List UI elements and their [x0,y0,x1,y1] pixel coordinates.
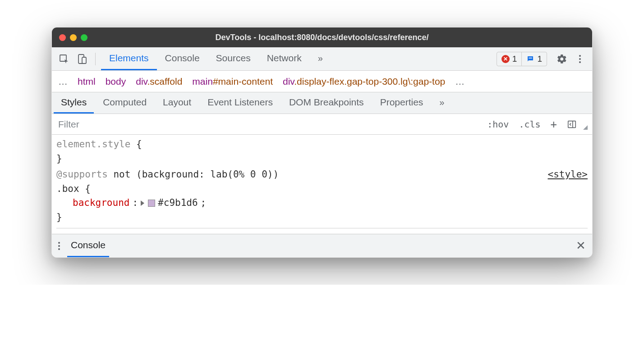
styles-filter-bar: :hov .cls + [52,114,592,135]
minimize-window-button[interactable] [70,34,77,41]
tab-label: Elements [109,53,149,64]
separator [95,53,96,65]
css-property: background [73,196,129,210]
drawer-more-options-icon[interactable] [58,242,60,250]
subtab-label: Styles [61,97,87,108]
devtools-window: DevTools - localhost:8080/docs/devtools/… [51,27,593,258]
close-drawer-button[interactable]: ✕ [576,239,586,253]
stylesheet-source-link[interactable]: <style> [547,168,588,182]
window-traffic-lights [59,34,87,41]
styles-filter-input[interactable] [56,117,485,132]
breadcrumb-div-display-flex[interactable]: div.display-flex.gap-top-300.lg\:gap-top [283,76,445,87]
error-icon: ✕ [501,55,510,63]
titlebar: DevTools - localhost:8080/docs/devtools/… [52,27,592,47]
selector: element.style [56,139,130,150]
more-options-kebab-icon[interactable] [572,51,588,67]
tab-label: Network [267,53,302,64]
subtab-more-chevron-icon[interactable]: » [432,92,451,114]
svg-rect-3 [529,58,533,59]
tab-elements[interactable]: Elements [101,47,157,70]
toggle-classes-button[interactable]: .cls [517,118,542,131]
tab-network[interactable]: Network [259,47,310,70]
more-tabs-chevron-icon[interactable]: » [310,47,331,70]
breadcrumb-overflow-right[interactable]: … [455,76,465,87]
main-toolbar: Elements Console Sources Network » ✕ 1 1 [52,47,592,71]
breadcrumb-main[interactable]: main#main-content [192,76,273,87]
color-swatch[interactable] [148,200,155,207]
maximize-window-button[interactable] [81,34,87,41]
tab-label: Console [165,53,200,64]
breadcrumb-html[interactable]: html [78,76,96,87]
subtab-label: DOM Breakpoints [289,97,364,108]
subtab-label: Computed [103,97,147,108]
close-window-button[interactable] [59,34,66,41]
dom-breadcrumbs: … html body div.scaffold main#main-conte… [52,71,592,92]
main-tabs: Elements Console Sources Network » [101,47,331,70]
styles-side-controls: :hov .cls + [485,117,588,132]
tab-sources[interactable]: Sources [208,47,259,70]
styles-panel: element.style { } @supports not (backgro… [52,135,592,234]
subtab-label: Properties [380,97,423,108]
svg-rect-2 [82,57,86,64]
subtab-dom-breakpoints[interactable]: DOM Breakpoints [282,92,371,114]
selector: .box [56,183,79,194]
rule-element-style[interactable]: element.style { } [56,137,588,166]
subtab-properties[interactable]: Properties [373,92,431,114]
styles-sub-tabs: Styles Computed Layout Event Listeners D… [52,92,592,114]
messages-count: 1 [537,54,542,64]
inspect-element-icon[interactable] [56,51,72,67]
errors-badge[interactable]: ✕ 1 [497,52,522,66]
messages-badge[interactable]: 1 [521,52,547,66]
declaration-background[interactable]: background: #c9b1d6; [56,196,588,210]
tab-label: Sources [216,53,251,64]
message-icon [526,55,534,63]
subtab-label: Layout [163,97,191,108]
computed-sidebar-toggle-icon[interactable] [565,118,579,130]
console-drawer: Console ✕ [52,234,592,257]
settings-gear-icon[interactable] [554,51,570,67]
expand-shorthand-icon[interactable] [141,200,144,206]
toggle-hover-button[interactable]: :hov [485,118,511,131]
at-rule-condition: not (background: lab(0% 0 0)) [108,169,279,180]
breadcrumb-overflow-left[interactable]: … [58,76,68,87]
subtab-computed[interactable]: Computed [96,92,154,114]
device-toolbar-icon[interactable] [74,51,90,67]
subtab-label: Event Listeners [207,97,273,108]
svg-rect-4 [568,121,576,127]
resize-handle-icon[interactable] [583,125,588,130]
tab-console[interactable]: Console [157,47,208,70]
subtab-event-listeners[interactable]: Event Listeners [200,92,280,114]
breadcrumb-body[interactable]: body [106,76,126,87]
subtab-layout[interactable]: Layout [156,92,198,114]
at-rule-keyword: @supports [56,169,108,180]
css-value: #c9b1d6 [158,196,198,210]
breadcrumb-div-scaffold[interactable]: div.scaffold [136,76,182,87]
window-title: DevTools - localhost:8080/docs/devtools/… [52,33,592,42]
new-style-rule-button[interactable]: + [549,117,559,132]
drawer-tab-console[interactable]: Console [67,234,109,257]
issues-badges: ✕ 1 1 [497,52,547,66]
subtab-styles[interactable]: Styles [54,92,94,114]
rule-separator [56,228,588,228]
drawer-tab-label: Console [71,240,106,250]
rule-supports-box[interactable]: @supports not (background: lab(0% 0 0)) … [56,168,588,224]
errors-count: 1 [512,54,517,64]
